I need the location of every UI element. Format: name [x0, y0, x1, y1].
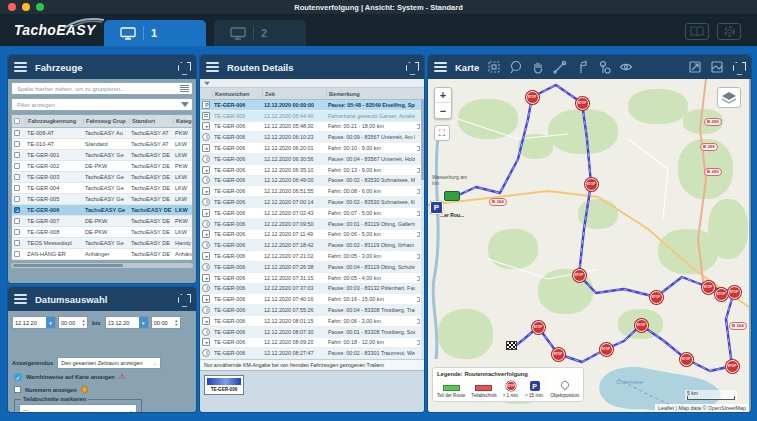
- from-date-field[interactable]: 12.12.20 ▾: [12, 316, 56, 329]
- table-row[interactable]: TE-GER-004TachoEASY GeTachoEASY DELKW: [12, 183, 192, 194]
- layers-button[interactable]: [717, 87, 741, 108]
- row-checkbox[interactable]: [14, 196, 20, 202]
- row-checkbox[interactable]: [14, 152, 20, 158]
- menu-icon[interactable]: [206, 62, 219, 72]
- table-row[interactable]: TE-GER-007DE-PKWTachoEASY DEPKW: [12, 216, 192, 227]
- group-by-input[interactable]: [15, 85, 180, 93]
- manual-icon[interactable]: [685, 23, 709, 40]
- numbers-checkbox[interactable]: [14, 386, 21, 393]
- select-area-icon[interactable]: [487, 60, 501, 74]
- fit-bounds-button[interactable]: ⛶: [434, 125, 450, 141]
- stop-marker[interactable]: STOP: [715, 288, 728, 301]
- poi-marker-icon[interactable]: [597, 60, 611, 74]
- table-row[interactable]: TE-GER-005TachoEASY GeTachoEASY DELKW: [12, 194, 192, 205]
- route-polyline[interactable]: [450, 85, 734, 371]
- menu-icon[interactable]: [14, 62, 27, 72]
- row-checkbox[interactable]: [14, 229, 20, 235]
- segments-select[interactable]: --- ⌄: [19, 404, 137, 412]
- parking-marker[interactable]: P: [430, 201, 443, 214]
- route-row[interactable]: ‖TE-GER-00612.12.2020 07:55:26Pause: 00:…: [200, 305, 424, 316]
- row-checkbox[interactable]: [14, 185, 20, 191]
- map-canvas[interactable]: + − ⛶ STOPSTOPSTOPSTOPSTOPSTOPSTOPSTOPST…: [428, 79, 749, 412]
- stop-marker[interactable]: STOP: [680, 353, 693, 366]
- tab-screen-2[interactable]: 2: [214, 20, 306, 46]
- route-row[interactable]: ▸TE-GER-00612.12.2020 05:48:30Fahrt: 00:…: [200, 122, 424, 133]
- stop-marker[interactable]: STOP: [532, 321, 545, 334]
- route-row[interactable]: ▸TE-GER-00612.12.2020 06:35:10Fahrt: 00:…: [200, 165, 424, 176]
- route-row[interactable]: PTE-GER-00612.12.2020 00:00:00Pause: 05:…: [200, 100, 424, 111]
- table-row[interactable]: TE-010-ATStandardTachoEASY ATLKW: [12, 139, 192, 150]
- table-row[interactable]: TE-GER-001TachoEASY GeTachoEASY DELKW: [12, 150, 192, 161]
- route-row[interactable]: ▸TE-GER-00612.12.2020 07:11:49Fahrt: 00:…: [200, 230, 424, 241]
- row-checkbox[interactable]: [14, 251, 20, 257]
- column-header[interactable]: Kennzeichen: [212, 91, 262, 97]
- route-row[interactable]: TE-GER-00612.12.2020 05:44:40Fahrerkarte…: [200, 111, 424, 122]
- row-checkbox[interactable]: [14, 218, 20, 224]
- map-snapshot-icon[interactable]: [710, 60, 724, 74]
- measure-icon[interactable]: [553, 60, 567, 74]
- row-checkbox[interactable]: [14, 141, 20, 147]
- to-date-field[interactable]: 13.12.20 ▾: [105, 316, 149, 329]
- route-row[interactable]: ▸TE-GER-00612.12.2020 08:09:20Fahrt: 00:…: [200, 338, 424, 349]
- route-row[interactable]: ▸TE-GER-00612.12.2020 07:02:43Fahrt: 00:…: [200, 208, 424, 219]
- filter-bar[interactable]: [11, 98, 193, 111]
- table-row[interactable]: TE-008-ATTachoEASY AuTachoEASY ATPKW: [12, 128, 192, 139]
- route-row[interactable]: ‖TE-GER-00612.12.2020 07:37:03Pause: 00:…: [200, 284, 424, 295]
- stop-marker[interactable]: STOP: [552, 348, 565, 361]
- table-row[interactable]: TE-GER-006TachoEASY GeTachoEASY DELKW: [12, 205, 192, 216]
- filter-input[interactable]: [15, 101, 181, 109]
- route-point-icon[interactable]: [575, 60, 589, 74]
- row-checkbox[interactable]: [14, 163, 20, 169]
- table-row[interactable]: ZAN-HÄNG-ERAnhängerTachoEASY DEAnhänger: [12, 249, 192, 260]
- calendar-dropdown-icon[interactable]: ▾: [139, 317, 148, 328]
- route-row[interactable]: ▸TE-GER-00612.12.2020 06:51:55Fahrt: 00:…: [200, 186, 424, 197]
- row-checkbox[interactable]: [14, 130, 20, 136]
- column-header[interactable]: Zeit: [262, 91, 326, 97]
- stop-marker[interactable]: STOP: [600, 343, 613, 356]
- expand-icon[interactable]: [177, 293, 190, 306]
- stop-marker[interactable]: STOP: [526, 91, 539, 104]
- route-row[interactable]: ▸TE-GER-00612.12.2020 07:21:02Fahrt: 00:…: [200, 251, 424, 262]
- route-row[interactable]: ‖TE-GER-00612.12.2020 06:10:23Pause: 00:…: [200, 132, 424, 143]
- column-header[interactable]: Fahrzeugkennung: [25, 118, 83, 124]
- horizontal-scrollbar[interactable]: [11, 263, 193, 268]
- group-by-bar[interactable]: [11, 82, 193, 95]
- table-row[interactable]: TEOS MessedisplTachoEASY GeTachoEASY DEH…: [12, 238, 192, 249]
- route-row[interactable]: ‖TE-GER-00612.12.2020 06:49:00Pause: 00:…: [200, 176, 424, 187]
- lasso-icon[interactable]: [509, 60, 523, 74]
- table-row[interactable]: TE-GER-008DE-PKWTachoEASY DELKW: [12, 227, 192, 238]
- expand-icon[interactable]: [405, 61, 418, 74]
- route-row[interactable]: ‖TE-GER-00612.12.2020 07:18:42Pause: 00:…: [200, 240, 424, 251]
- menu-icon[interactable]: [14, 294, 27, 304]
- routes-group-strip[interactable]: [200, 79, 424, 88]
- vertical-scrollbar[interactable]: [421, 100, 424, 359]
- route-row[interactable]: ▸TE-GER-00612.12.2020 08:01:15Fahrt: 00:…: [200, 316, 424, 327]
- column-header[interactable]: Bemerkung: [326, 91, 415, 97]
- stop-marker[interactable]: STOP: [635, 319, 648, 332]
- time-spinner-icon[interactable]: ▲▼: [80, 317, 87, 328]
- vehicle-marker[interactable]: [444, 191, 460, 201]
- map-export-icon[interactable]: [688, 60, 702, 74]
- route-row[interactable]: ‖TE-GER-00612.12.2020 07:00:14Pause: 00:…: [200, 197, 424, 208]
- settings-icon[interactable]: [717, 23, 741, 40]
- zoom-in-button[interactable]: +: [435, 88, 451, 103]
- pan-hand-icon[interactable]: [531, 60, 545, 74]
- to-time-field[interactable]: 00:00 ▲▼: [151, 316, 181, 329]
- calendar-dropdown-icon[interactable]: ▾: [46, 317, 55, 328]
- stop-marker[interactable]: STOP: [573, 269, 586, 282]
- from-time-field[interactable]: 00:00 ▲▼: [58, 316, 88, 329]
- route-row[interactable]: ▸TE-GER-00612.12.2020 07:40:16Fahrt: 00:…: [200, 294, 424, 305]
- stop-marker[interactable]: STOP: [702, 281, 715, 294]
- column-header[interactable]: Standort: [129, 118, 173, 124]
- route-row[interactable]: ‖TE-GER-00612.12.2020 08:27:47Pause: 00:…: [200, 348, 424, 359]
- stop-marker[interactable]: STOP: [576, 97, 589, 110]
- select-all-checkbox[interactable]: [14, 118, 20, 124]
- row-checkbox[interactable]: [14, 240, 20, 246]
- expand-icon[interactable]: [177, 61, 190, 74]
- vehicle-legend-chip[interactable]: TE-GER-006: [204, 375, 244, 395]
- column-header[interactable]: Fahrzeug Grup: [83, 118, 129, 124]
- table-row[interactable]: TE-GER-003TachoEASY GeTachoEASY DELKW: [12, 172, 192, 183]
- finish-flag-marker[interactable]: [506, 341, 517, 350]
- row-checkbox[interactable]: [14, 207, 20, 213]
- stop-marker[interactable]: STOP: [585, 178, 598, 191]
